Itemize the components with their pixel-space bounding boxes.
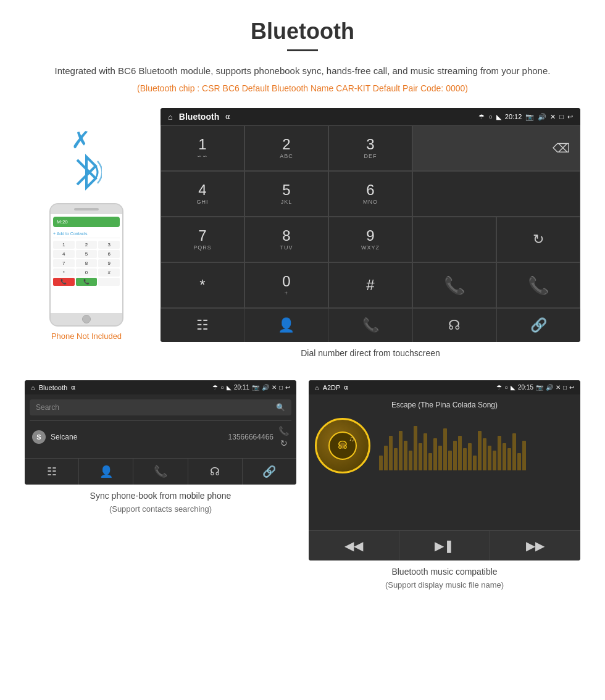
dialer-caption: Dial number direct from touchscreen [161, 348, 580, 358]
music-loc-icon: ○ [504, 384, 508, 391]
music-time: 20:15 [518, 384, 533, 391]
dial-key-0[interactable]: 0 + [244, 262, 328, 308]
dialer-bottom-bar: ☷ 👤 📞 ☊ 🔗 [161, 308, 580, 342]
pb-contacts-active-icon[interactable]: 👤 [79, 459, 133, 485]
pb-usb-icon: ⍺ [71, 383, 75, 391]
music-visualizer [379, 421, 574, 470]
pb-dialpad-icon[interactable]: ☷ [25, 459, 79, 485]
contact-name: Seicane [51, 433, 228, 441]
album-art: ☊ ♫ [315, 418, 370, 473]
song-title: Escape (The Pina Colada Song) [315, 401, 574, 409]
next-button[interactable]: ▶▶ [490, 531, 580, 560]
contact-avatar: S [32, 430, 46, 444]
refresh-small-icon[interactable]: ↻ [278, 438, 289, 448]
dial-key-1[interactable]: 1 ∽∽ [161, 125, 244, 171]
volume-icon: 🔊 [538, 113, 546, 121]
refresh-icon: ↻ [533, 231, 544, 248]
dial-empty-1 [412, 171, 580, 217]
signal-icon: ◣ [496, 113, 501, 121]
dial-key-3[interactable]: 3 DEF [328, 125, 412, 171]
dialer-screenshot: ⌂ Bluetooth ⍺ ☂ ○ ◣ 20:12 📷 🔊 ✕ □ ↩ [161, 108, 580, 370]
home-icon: ⌂ [168, 112, 173, 122]
music-screenshot: ⌂ A2DP ⍺ ☂ ○ ◣ 20:15 📷 🔊 ✕ □ ↩ E [309, 380, 580, 591]
backspace-icon[interactable]: ⌫ [553, 141, 570, 156]
phonebook-screenshot: ⌂ Bluetooth ⍺ ☂ ○ ◣ 20:11 📷 🔊 ✕ □ ↩ [25, 380, 296, 591]
dial-key-5[interactable]: 5 JKL [244, 171, 328, 217]
play-pause-button[interactable]: ▶❚ [399, 531, 490, 560]
bluetooth-status-icon: ☂ [478, 113, 485, 121]
phonebook-bottom-bar: ☷ 👤 📞 ☊ 🔗 [25, 458, 296, 485]
dialer-title: Bluetooth [179, 112, 219, 122]
phonebook-caption: Sync phone-book from mobile phone (Suppo… [25, 490, 296, 515]
pb-bt-icon: ☂ [212, 384, 218, 391]
link-icon[interactable]: 🔗 [497, 309, 580, 342]
pb-sig-icon: ◣ [227, 384, 232, 391]
music-cam-icon: 📷 [536, 384, 543, 391]
description-text: Integrated with BC6 Bluetooth module, su… [25, 64, 580, 78]
dial-key-star[interactable]: * [161, 262, 244, 308]
call-green-icon: 📞 [444, 275, 465, 296]
call-button[interactable]: 📞 [412, 262, 496, 308]
phone-illustration: M:20 + Add to Contacts 123 456 789 *0# 📞… [49, 203, 123, 327]
svg-text:☊: ☊ [338, 439, 348, 451]
refresh-icon-area[interactable]: ↻ [496, 217, 580, 262]
music-vol-icon: 🔊 [546, 384, 553, 391]
location-icon: ○ [488, 113, 493, 120]
music-home-icon: ⌂ [315, 384, 319, 391]
bluetooth-symbol: ✗ [71, 127, 102, 191]
pb-phone-icon[interactable]: 📞 [133, 459, 188, 485]
phone-not-included-label: Phone Not Included [51, 331, 122, 341]
search-bar[interactable]: Search 🔍 [30, 399, 291, 415]
camera-icon: 📷 [525, 113, 534, 121]
pb-bluetooth-icon[interactable]: ☊ [188, 459, 243, 485]
search-icon: 🔍 [276, 403, 285, 412]
bluetooth-bottom-icon[interactable]: ☊ [413, 309, 497, 342]
pb-x-icon: ✕ [272, 384, 277, 391]
contacts-icon[interactable]: 👤 [244, 309, 328, 342]
music-caption: Bluetooth music compatible (Support disp… [309, 565, 580, 591]
end-call-button[interactable]: 📞 [496, 262, 580, 308]
music-sig-icon: ◣ [511, 384, 515, 391]
dialer-display: ⌫ [412, 125, 580, 171]
contact-row: S Seicane 13566664466 📞 ↻ [30, 420, 291, 453]
dial-key-7[interactable]: 7 PQRS [161, 217, 244, 262]
pb-back-icon: ↩ [285, 384, 290, 391]
call-red-icon: 📞 [528, 275, 549, 296]
dial-key-8[interactable]: 8 TUV [244, 217, 328, 262]
close-icon: ✕ [550, 113, 556, 121]
pb-time: 20:11 [234, 384, 249, 391]
pb-vol-icon: 🔊 [262, 384, 269, 391]
dial-empty-2 [412, 217, 496, 262]
title-divider [287, 49, 318, 51]
prev-button[interactable]: ◀◀ [309, 531, 399, 560]
music-title: A2DP [323, 384, 341, 391]
music-controls: ◀◀ ▶❚ ▶▶ [309, 530, 580, 560]
music-back-icon: ↩ [569, 384, 574, 391]
search-placeholder: Search [36, 403, 59, 412]
back-icon: ↩ [567, 113, 573, 121]
music-content: Escape (The Pina Colada Song) ☊ ♫ [309, 394, 580, 530]
pb-link-icon[interactable]: 🔗 [243, 459, 296, 485]
pb-title: Bluetooth [39, 384, 67, 391]
dial-key-4[interactable]: 4 GHI [161, 171, 244, 217]
dialpad-icon[interactable]: ☷ [161, 309, 244, 342]
music-win-icon: □ [563, 384, 567, 391]
music-bt-status: ☂ [496, 384, 502, 391]
page-title: Bluetooth [25, 19, 580, 44]
dial-key-9[interactable]: 9 WXYZ [328, 217, 412, 262]
dial-key-hash[interactable]: # [328, 262, 412, 308]
music-x-icon: ✕ [556, 384, 561, 391]
phonebook-content: Search 🔍 S Seicane 13566664466 📞 ↻ [25, 394, 296, 458]
music-usb-icon: ⍺ [344, 383, 348, 391]
phone-call-icon-small[interactable]: 📞 [278, 426, 289, 436]
window-icon: □ [559, 113, 564, 120]
specs-text: (Bluetooth chip : CSR BC6 Default Blueto… [25, 83, 580, 93]
pb-win-icon: □ [279, 384, 283, 391]
contact-number: 13566664466 [228, 433, 273, 441]
dial-key-2[interactable]: 2 ABC [244, 125, 328, 171]
dial-key-6[interactable]: 6 MNO [328, 171, 412, 217]
phone-icon[interactable]: 📞 [328, 309, 412, 342]
pb-cam-icon: 📷 [252, 384, 259, 391]
bluetooth-icon-area: ✗ [71, 127, 102, 191]
music-statusbar: ⌂ A2DP ⍺ ☂ ○ ◣ 20:15 📷 🔊 ✕ □ ↩ [309, 380, 580, 394]
